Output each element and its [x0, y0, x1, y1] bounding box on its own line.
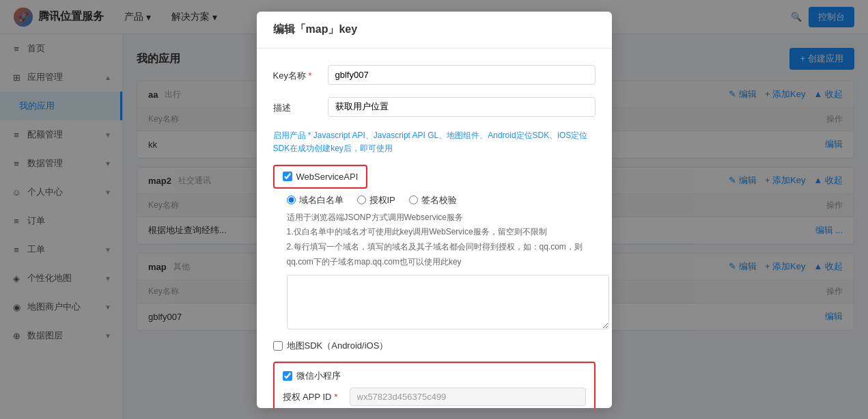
key-name-label: Key名称 *: [273, 65, 328, 82]
notice-line-0: 适用于浏览器端JSONP方式调用Webservice服务: [287, 211, 596, 226]
modal-title: 编辑「map」key: [273, 23, 358, 35]
domain-notice-box: 适用于浏览器端JSONP方式调用Webservice服务 1.仅白名单中的域名才…: [287, 211, 596, 269]
wechat-checkbox-row: 微信小程序: [283, 370, 586, 382]
key-name-input[interactable]: [328, 65, 596, 85]
map-sdk-label-text: 地图SDK（Android/iOS）: [287, 340, 389, 352]
notice-line-1: 1.仅白名单中的域名才可使用此key调用WebService服务，留空则不限制: [287, 225, 596, 240]
modal-header: 编辑「map」key: [257, 12, 612, 49]
modal-body: Key名称 * 描述 启用产品 * Javascript API、Javascr…: [257, 49, 612, 408]
wechat-label-text: 微信小程序: [296, 370, 341, 382]
desc-label: 描述: [273, 97, 328, 114]
app-container: 🚀 腾讯位置服务 产品 ▾ 解决方案 ▾ 🔍 控制台 ≡ 首页 ⊞ 应用管理 ▲: [0, 0, 868, 419]
radio-sign-label: 签名校验: [421, 194, 457, 206]
domain-textarea[interactable]: [287, 275, 609, 329]
radio-auth-ip-input[interactable]: [357, 195, 366, 204]
wechat-section: 微信小程序 授权 APP ID *: [273, 362, 596, 407]
wechat-checkbox[interactable]: [283, 371, 292, 381]
key-name-row: Key名称 *: [273, 65, 596, 85]
webservice-checkbox-bordered: WebServiceAPI: [273, 165, 368, 189]
map-sdk-row: 地图SDK（Android/iOS）: [273, 340, 596, 352]
webservice-group: WebServiceAPI 域名白名单 授权IP: [273, 165, 596, 332]
wechat-checkbox-label[interactable]: 微信小程序: [283, 370, 341, 382]
webservice-checkbox-label[interactable]: WebServiceAPI: [283, 172, 359, 182]
auth-app-id-label: 授权 APP ID *: [283, 391, 344, 403]
radio-sign-input[interactable]: [409, 195, 418, 204]
desc-input[interactable]: [328, 97, 596, 117]
radio-domain-input[interactable]: [287, 195, 296, 204]
required-star: *: [332, 392, 338, 402]
webservice-checkbox[interactable]: [283, 172, 292, 181]
map-sdk-label[interactable]: 地图SDK（Android/iOS）: [273, 340, 389, 352]
modal-overlay: 编辑「map」key Key名称 * 描述 启用产品 * Javasc: [0, 0, 868, 419]
webservice-label: WebServiceAPI: [296, 172, 359, 182]
auth-app-id-row: 授权 APP ID *: [283, 388, 586, 406]
radio-group: 域名白名单 授权IP 签名校验: [287, 194, 596, 206]
radio-domain-label: 域名白名单: [299, 194, 344, 206]
desc-row: 描述: [273, 97, 596, 117]
radio-auth-ip-label: 授权IP: [369, 194, 395, 206]
auth-app-id-input[interactable]: [350, 388, 586, 406]
edit-key-modal: 编辑「map」key Key名称 * 描述 启用产品 * Javasc: [257, 12, 612, 408]
map-sdk-checkbox[interactable]: [273, 341, 283, 351]
required-star: *: [306, 70, 312, 81]
radio-auth-ip[interactable]: 授权IP: [357, 194, 395, 206]
radio-sign[interactable]: 签名校验: [409, 194, 457, 206]
radio-domain[interactable]: 域名白名单: [287, 194, 344, 206]
product-notice: 启用产品 * Javascript API、Javascript API GL、…: [273, 129, 596, 155]
notice-line-2: 2.每行填写一个域名，填写的域名及其子域名都会同时得到授权，如：qq.com，则…: [287, 240, 596, 269]
